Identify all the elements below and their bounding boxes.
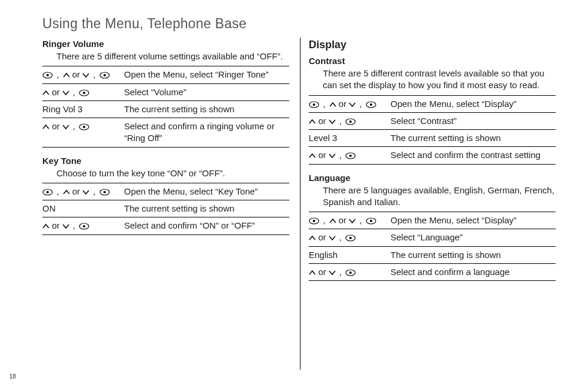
description-cell: The current setting is shown <box>124 100 289 118</box>
left-column: Ringer Volume There are 5 different volu… <box>42 38 300 370</box>
section-ringer-intro: There are 5 different volume settings av… <box>56 51 289 62</box>
separator: , <box>69 220 79 230</box>
down-key-icon <box>82 189 89 195</box>
svg-point-5 <box>83 92 85 94</box>
menu-key-icon <box>42 189 53 196</box>
table-row: , or , Open the Menu, select “Ringer Ton… <box>42 66 289 83</box>
key-cell: Level 3 <box>309 130 390 147</box>
down-key-icon <box>349 102 356 108</box>
separator: , <box>69 87 79 97</box>
svg-point-25 <box>370 220 372 222</box>
or-label: or <box>318 267 326 277</box>
description-cell: Select and confirm “ON” or “OFF” <box>124 217 289 234</box>
key-cell: Ring Vol 3 <box>42 100 124 118</box>
menu-key-icon <box>309 101 319 108</box>
up-key-icon <box>309 153 316 159</box>
menu-key-icon <box>79 123 89 130</box>
section-keytone-intro: Choose to turn the key tone “ON” or “OFF… <box>56 167 289 179</box>
page: Using the Menu, Telephone Base Ringer Vo… <box>0 0 561 392</box>
separator: , <box>336 267 346 277</box>
separator: , <box>336 150 346 160</box>
separator: , <box>356 99 366 109</box>
up-key-icon <box>329 102 336 108</box>
keytone-steps-table: , or , Open the Menu, select “Key Tone”O… <box>42 183 289 235</box>
table-row: , or , Open the Menu, select “Display” <box>309 212 556 229</box>
or-label: or <box>52 220 59 230</box>
menu-key-icon <box>79 223 89 230</box>
svg-point-11 <box>103 191 106 193</box>
separator: , <box>69 121 79 131</box>
menu-key-icon <box>79 89 89 96</box>
description-cell: Select and confirm a language <box>390 263 556 280</box>
description-cell: The current setting is shown <box>390 246 556 263</box>
down-key-icon <box>329 119 336 125</box>
svg-point-1 <box>46 74 49 76</box>
table-row: ONThe current setting is shown <box>42 200 289 217</box>
separator: , <box>356 215 366 225</box>
description-cell: The current setting is shown <box>390 130 556 147</box>
menu-key-icon <box>309 217 319 225</box>
description-cell: Open the Menu, select “Display” <box>390 95 556 112</box>
svg-point-7 <box>83 126 85 128</box>
svg-point-15 <box>313 103 315 106</box>
down-key-icon <box>62 124 69 130</box>
section-language-heading: Language <box>309 173 556 183</box>
down-key-icon <box>62 90 69 96</box>
key-cell: or , <box>309 263 390 280</box>
status-text: Ring Vol 3 <box>42 104 82 114</box>
or-label: or <box>72 186 80 196</box>
display-heading: Display <box>309 39 556 51</box>
separator: , <box>53 69 63 79</box>
table-row: or , Select “Language” <box>309 229 556 246</box>
key-cell: or , <box>309 229 390 246</box>
up-key-icon <box>309 235 316 241</box>
menu-key-icon <box>345 152 356 159</box>
or-label: or <box>339 99 346 109</box>
separator: , <box>319 99 329 109</box>
or-label: or <box>52 87 59 97</box>
right-column: Display Contrast There are 5 different c… <box>304 38 556 370</box>
separator: , <box>53 186 63 196</box>
menu-key-icon <box>345 269 356 276</box>
key-cell: , or , <box>42 183 124 200</box>
key-cell: or , <box>309 112 390 129</box>
menu-key-icon <box>366 217 376 225</box>
description-cell: Select “Language” <box>390 229 556 246</box>
description-cell: Open the Menu, select “Ringer Tone” <box>124 66 289 83</box>
or-label: or <box>318 232 326 242</box>
up-key-icon <box>309 270 316 276</box>
section-language-intro: There are 5 languages available, English… <box>323 185 556 209</box>
key-cell: ON <box>42 200 124 217</box>
separator: , <box>319 215 329 225</box>
description-cell: Open the Menu, select “Key Tone” <box>124 183 289 200</box>
down-key-icon <box>329 270 336 276</box>
svg-point-27 <box>349 237 352 239</box>
description-cell: Select and confirm a ringing volume or “… <box>124 118 289 148</box>
table-row: or , Select and confirm “ON” or “OFF” <box>42 217 289 234</box>
status-text: Level 3 <box>309 133 337 143</box>
description-cell: Open the Menu, select “Display” <box>390 212 556 229</box>
or-label: or <box>72 69 80 79</box>
menu-key-icon <box>345 118 356 125</box>
up-key-icon <box>42 124 49 130</box>
key-cell: or , <box>309 147 390 164</box>
menu-key-icon <box>366 101 376 108</box>
or-label: or <box>318 150 326 160</box>
page-number: 18 <box>9 373 16 380</box>
key-cell: or , <box>42 83 124 100</box>
key-cell: , or , <box>42 66 124 83</box>
menu-key-icon <box>99 189 110 196</box>
table-row: or , Select “Volume” <box>42 83 289 100</box>
up-key-icon <box>42 90 49 96</box>
menu-key-icon <box>42 72 53 79</box>
ringer-steps-table: , or , Open the Menu, select “Ringer Ton… <box>42 66 289 147</box>
or-label: or <box>318 116 326 126</box>
language-steps-table: , or , Open the Menu, select “Display” o… <box>309 212 556 281</box>
table-row: or , Select and confirm a language <box>309 263 556 280</box>
separator: , <box>89 69 99 79</box>
separator: , <box>89 186 99 196</box>
svg-point-21 <box>349 155 352 157</box>
svg-point-13 <box>83 225 85 227</box>
description-cell: The current setting is shown <box>124 200 289 217</box>
svg-point-9 <box>46 191 49 193</box>
